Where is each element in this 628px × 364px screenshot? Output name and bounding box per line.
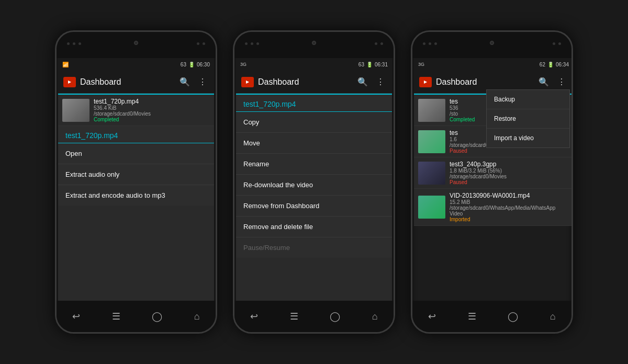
phone-1-time: 06:30 bbox=[197, 62, 210, 67]
phone-3-path-3: /storage/sdcard0/Movies bbox=[450, 174, 569, 179]
phone-3-app-icon: ▶ bbox=[419, 77, 432, 87]
phone-1-more-icon[interactable]: ⋮ bbox=[196, 75, 209, 89]
phone-2-home-btn[interactable]: ⌂ bbox=[372, 311, 378, 322]
phone-1-camera bbox=[134, 41, 138, 45]
phone-2-menu-rename[interactable]: Rename bbox=[236, 154, 392, 175]
phone-1-video-name: test1_720p.mp4 bbox=[94, 98, 210, 105]
phone-1-video-thumb bbox=[62, 99, 89, 122]
phone-2-status-right: 63 🔋 06:31 bbox=[358, 62, 388, 67]
phone-1-status-left: 📶 bbox=[62, 62, 69, 67]
phone-2-menu-pause[interactable]: Pause/Resume bbox=[236, 237, 392, 258]
phone-3-dropdown: Backup Restore Import a video bbox=[486, 89, 570, 148]
phone-1-app-icon: ▶ bbox=[63, 77, 76, 87]
phone-3-video-3[interactable]: test3_240p.3gpp 1.8 MiB/3.2 MiB (56%) /s… bbox=[414, 157, 573, 189]
phone-1-screen: 📶 63 🔋 06:30 ▶ Dashboard 🔍 ⋮ t bbox=[58, 58, 214, 301]
phone-3-menu-btn[interactable]: ☰ bbox=[468, 311, 476, 322]
phone-2-dots-left bbox=[245, 42, 259, 45]
phone-1-menu-extract-encode[interactable]: Extract and encode audio to mp3 bbox=[58, 185, 214, 206]
phone-3-search-icon[interactable]: 🔍 bbox=[536, 75, 551, 89]
phone-2-menu-move[interactable]: Move bbox=[236, 133, 392, 154]
phone-3-back-btn[interactable]: ↩ bbox=[428, 311, 436, 322]
phone-3-thumb-2 bbox=[418, 130, 445, 153]
phone-2-battery: 🔋 bbox=[366, 62, 373, 67]
phone-1-context-menu: test1_720p.mp4 Open Extract audio only E… bbox=[58, 126, 214, 206]
phone-3-video-4[interactable]: VID-20130906-WA0001.mp4 15.2 MiB /storag… bbox=[414, 189, 573, 226]
phone-3-search-btn[interactable]: ◯ bbox=[508, 311, 518, 322]
phone-2-search-btn[interactable]: ◯ bbox=[330, 311, 340, 322]
phone-3-info-4: VID-20130906-WA0001.mp4 15.2 MiB /storag… bbox=[450, 192, 569, 222]
phone-1-video-item[interactable]: test1_720p.mp4 536.4 KiB /storage/sdcard… bbox=[58, 95, 214, 126]
phone-1-sim-icon: 📶 bbox=[62, 62, 69, 67]
phone-2-camera bbox=[312, 41, 316, 45]
phone-3-screen: 3G 62 🔋 06:34 ▶ Dashboard 🔍 ⋮ tes bbox=[414, 58, 573, 226]
phone-3-thumb-4 bbox=[418, 196, 445, 219]
phone-2-status-bar: 3G 63 🔋 06:31 bbox=[236, 58, 392, 71]
phone-1-video-path: /storage/sdcard0/Movies bbox=[94, 111, 210, 117]
phone-1-battery: 🔋 bbox=[188, 62, 195, 67]
phone-2-menu-header: test1_720p.mp4 bbox=[236, 95, 392, 112]
phone-3: 3G 62 🔋 06:34 ▶ Dashboard 🔍 ⋮ tes bbox=[411, 30, 573, 334]
phone-3-name-4: VID-20130906-WA0001.mp4 bbox=[450, 192, 569, 199]
phone-3-dropdown-restore[interactable]: Restore bbox=[487, 109, 569, 129]
phone-2-nav-bar: ↩ ☰ ◯ ⌂ bbox=[234, 301, 394, 332]
phone-1-nav-bar: ↩ ☰ ◯ ⌂ bbox=[57, 301, 216, 332]
phone-3-home-btn[interactable]: ⌂ bbox=[550, 311, 556, 322]
phone-3-time: 06:34 bbox=[556, 62, 569, 67]
phone-3-nav-bar: ↩ ☰ ◯ ⌂ bbox=[412, 301, 571, 332]
phone-2-more-icon[interactable]: ⋮ bbox=[374, 75, 387, 89]
phone-2-time: 06:31 bbox=[375, 62, 388, 67]
phone-3-3g: 3G bbox=[418, 62, 424, 67]
phone-3-size-4: 15.2 MiB bbox=[450, 199, 569, 205]
phone-1-signal-text: 63 bbox=[181, 62, 186, 67]
phone-3-status-left: 3G bbox=[418, 62, 424, 67]
phone-2-menu-copy[interactable]: Copy bbox=[236, 112, 392, 133]
phone-2-menu-remove-dashboard[interactable]: Remove from Dashboard bbox=[236, 196, 392, 217]
phone-1-dots-left bbox=[67, 42, 81, 45]
phone-3-dropdown-import[interactable]: Import a video bbox=[487, 129, 569, 147]
phone-1-video-status: Completed bbox=[94, 117, 210, 122]
phone-1-menu-header: test1_720p.mp4 bbox=[58, 126, 214, 143]
phone-3-dots-left bbox=[423, 42, 437, 45]
phone-3-camera bbox=[490, 41, 494, 45]
phone-1-menu-open[interactable]: Open bbox=[58, 143, 214, 164]
phone-3-path-4: /storage/sdcard0/WhatsApp/Media/WhatsApp… bbox=[450, 205, 569, 217]
phone-3-more-icon[interactable]: ⋮ bbox=[555, 75, 568, 89]
phone-2-menu-btn[interactable]: ☰ bbox=[290, 311, 298, 322]
phone-1-video-size: 536.4 KiB bbox=[94, 105, 210, 111]
phone-1-menu-btn[interactable]: ☰ bbox=[112, 311, 120, 322]
phone-3-name-3: test3_240p.3gpp bbox=[450, 161, 569, 168]
phone-1-status-right: 63 🔋 06:30 bbox=[181, 62, 210, 67]
phone-3-status-3: Paused bbox=[450, 179, 569, 185]
phone-1: 📶 63 🔋 06:30 ▶ Dashboard 🔍 ⋮ t bbox=[55, 30, 217, 334]
phone-3-status-bar: 3G 62 🔋 06:34 bbox=[414, 58, 573, 71]
phone-1-app-bar: ▶ Dashboard 🔍 ⋮ bbox=[58, 71, 214, 94]
phone-3-app-title: Dashboard bbox=[436, 77, 532, 87]
phone-3-signal: 62 bbox=[540, 62, 545, 67]
phone-2-context-menu: test1_720p.mp4 Copy Move Rename Re-downl… bbox=[236, 95, 392, 258]
phone-1-back-btn[interactable]: ↩ bbox=[72, 311, 80, 322]
phone-2-menu-remove-delete[interactable]: Remove and delete file bbox=[236, 217, 392, 237]
phone-2-screen: 3G 63 🔋 06:31 ▶ Dashboard 🔍 ⋮ test1_720p… bbox=[236, 58, 392, 301]
phone-3-status-4: Imported bbox=[450, 217, 569, 222]
phone-3-thumb-1 bbox=[418, 99, 445, 122]
phone-3-status-2: Paused bbox=[450, 148, 569, 154]
phone-2-search-icon[interactable]: 🔍 bbox=[355, 75, 370, 89]
phone-2-app-bar: ▶ Dashboard 🔍 ⋮ bbox=[236, 71, 392, 94]
phone-2-status-left: 3G bbox=[240, 62, 246, 67]
phone-1-home-btn[interactable]: ⌂ bbox=[194, 311, 200, 322]
phone-2: 3G 63 🔋 06:31 ▶ Dashboard 🔍 ⋮ test1_720p… bbox=[233, 30, 395, 334]
phone-3-dropdown-backup[interactable]: Backup bbox=[487, 90, 569, 109]
phone-1-status-bar: 📶 63 🔋 06:30 bbox=[58, 58, 214, 71]
phone-1-search-btn[interactable]: ◯ bbox=[152, 311, 162, 322]
phone-3-dots-right bbox=[553, 42, 561, 45]
phone-3-info-3: test3_240p.3gpp 1.8 MiB/3.2 MiB (56%) /s… bbox=[450, 161, 569, 185]
phone-1-search-icon[interactable]: 🔍 bbox=[177, 75, 192, 89]
phone-1-video-info: test1_720p.mp4 536.4 KiB /storage/sdcard… bbox=[94, 98, 210, 122]
phone-1-menu-extract-audio[interactable]: Extract audio only bbox=[58, 164, 214, 185]
phone-2-menu-redownload[interactable]: Re-download the video bbox=[236, 175, 392, 196]
phone-2-app-icon: ▶ bbox=[241, 77, 254, 87]
phone-1-app-title: Dashboard bbox=[80, 77, 173, 87]
phone-2-signal: 63 bbox=[358, 62, 364, 67]
phone-1-dots-right bbox=[197, 42, 205, 45]
phone-2-back-btn[interactable]: ↩ bbox=[250, 311, 258, 322]
